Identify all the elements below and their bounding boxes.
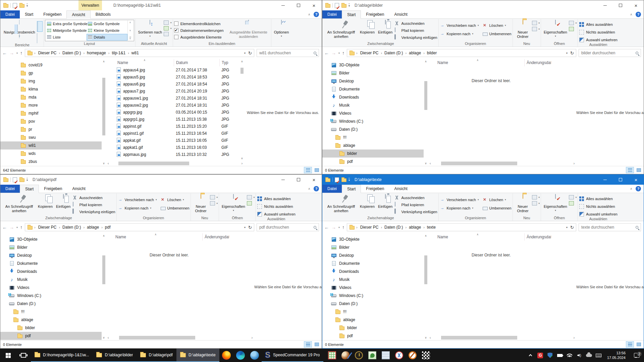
scroll-down-icon[interactable]: ∨	[424, 162, 428, 165]
scroll-down-icon[interactable]: ∨	[240, 157, 244, 160]
refresh-icon[interactable]: ↻	[570, 225, 574, 230]
breadcrumb-item-bilder[interactable]: bilder	[426, 51, 438, 55]
sidebar-item-dokumente[interactable]: Dokumente	[0, 259, 102, 267]
move-to-button[interactable]: Verschieben nach▾	[440, 197, 479, 202]
forward-icon[interactable]: →	[9, 50, 14, 56]
file-row-appkat1-gif[interactable]: appkat1.gif15.11.2013 16:03GIF	[106, 144, 244, 151]
recent-locations-icon[interactable]: ▾	[338, 226, 340, 229]
invert-selection-button[interactable]: Auswahl umkehren	[579, 212, 618, 217]
preview-pane-button[interactable]	[37, 21, 43, 32]
sidebar-item-videos[interactable]: Videos	[0, 284, 102, 292]
sidebar-item-ablage[interactable]: ablage	[322, 316, 424, 324]
sidebar-item-musik[interactable]: ♪Musik	[0, 276, 102, 284]
customize-quick-access-icon[interactable]: ▾	[26, 178, 28, 182]
up-icon[interactable]: ↑	[342, 50, 344, 56]
title-bar[interactable]: ▾ D:\ablage\pdf ×	[0, 175, 322, 185]
tab-start[interactable]: Start	[342, 10, 361, 19]
tab-datei[interactable]: Datei	[322, 185, 342, 193]
easy-access-button[interactable]: ▾	[532, 201, 540, 205]
tab-datei[interactable]: Datei	[0, 10, 20, 18]
layout-details[interactable]: Details	[87, 34, 127, 41]
search-input[interactable]: bilder durchsuchen	[579, 49, 641, 57]
sidebar-item-desktop[interactable]: Desktop	[322, 77, 424, 85]
invert-selection-button[interactable]: Auswahl umkehren	[257, 212, 296, 217]
explorer-icon[interactable]	[325, 3, 330, 8]
tab-freigeben[interactable]: Freigeben	[39, 185, 67, 193]
windows-security-icon[interactable]	[547, 352, 553, 359]
tab-ansicht[interactable]: Ansicht	[67, 185, 90, 193]
list-scrollbar[interactable]: ∧ ∨	[240, 59, 244, 161]
breadcrumb-item-pdf[interactable]: pdf	[104, 225, 112, 230]
tab-start[interactable]: Start	[20, 185, 39, 193]
maximize-button[interactable]	[291, 175, 306, 185]
address-dropdown-icon[interactable]: ▾	[244, 52, 246, 55]
sidebar-item-windows-c[interactable]: Windows (C:)	[0, 292, 102, 300]
file-row-appmaus-jpg[interactable]: appmaus.jpg15.11.2013 10:32JPG	[106, 151, 244, 158]
hidden-items-checkbox[interactable]: Ausgeblendete Elemente	[174, 35, 224, 39]
recent-locations-icon[interactable]: ▾	[16, 226, 18, 229]
file-extensions-checkbox[interactable]: ✔Dateinamenerweiterungen	[174, 28, 224, 33]
details-view-button[interactable]	[626, 167, 634, 173]
close-button[interactable]: ×	[306, 0, 322, 10]
paste-shortcut-button[interactable]: Verknüpfung einfügen	[394, 35, 437, 40]
tab-freigeben[interactable]: Freigeben	[38, 10, 66, 18]
file-row-appaus6-jpg[interactable]: appaus6.jpg27.01.2014 18:54JPG	[106, 80, 244, 87]
properties-button[interactable]: Eigenschaften ▾	[542, 19, 569, 38]
context-tab-verwalten[interactable]: Verwalten	[78, 0, 102, 10]
sidebar-folder-w81[interactable]: w81	[0, 141, 102, 149]
sidebar-item-windows-c[interactable]: Windows (C:)	[322, 292, 424, 300]
sidebar-item-bilder[interactable]: bilder	[0, 324, 102, 332]
taskbar-button-1[interactable]: D:\ablage\bilder	[93, 349, 137, 362]
new-folder-quick-icon[interactable]	[341, 3, 346, 8]
properties-button[interactable]: Eigenschaften ▾	[220, 193, 247, 212]
options-button[interactable]: Optionen ▾	[272, 19, 291, 38]
pin-to-quick-access-button[interactable]: An Schnellzugriff anheften	[324, 19, 358, 39]
file-row-appinst1-gif[interactable]: appinst1.gif15.11.2013 16:54GIF	[106, 130, 244, 137]
file-row-appaus4-jpg[interactable]: appaus4.jpg27.01.2014 17:38JPG	[106, 66, 244, 73]
details-pane-button[interactable]	[37, 34, 43, 43]
customize-quick-access-icon[interactable]: ▾	[348, 4, 350, 7]
back-icon[interactable]: ←	[2, 225, 7, 230]
task-view-button[interactable]	[16, 349, 31, 362]
column-header-name[interactable]: Name	[106, 233, 202, 241]
grid-tool-icon[interactable]	[328, 351, 336, 359]
new-folder-quick-icon[interactable]	[19, 177, 24, 182]
snipping-icon[interactable]	[395, 351, 403, 359]
sidebar-folder-pov[interactable]: pov	[0, 117, 102, 125]
image-app-icon[interactable]	[368, 351, 376, 359]
hide-selected-button[interactable]: Ausgewählte Elemente ausblenden	[227, 19, 270, 39]
scroll-up-icon[interactable]: ∧	[102, 234, 106, 237]
sidebar-item-downloads[interactable]: Downloads	[322, 93, 424, 101]
copy-button[interactable]: Kopieren	[36, 193, 54, 209]
breadcrumb-item-tilp-1-1[interactable]: tilp-1&1	[111, 51, 126, 55]
column-header-typ[interactable]: Typ	[219, 59, 235, 66]
maximize-button[interactable]	[291, 0, 306, 10]
tab-ansicht[interactable]: Ansicht	[66, 10, 90, 19]
navigation-pane-button[interactable]: Navigationsbereich ▾	[2, 19, 37, 38]
select-all-button[interactable]: Alles auswählen	[257, 196, 296, 201]
scrollbar-thumb[interactable]	[424, 81, 427, 110]
volume-icon[interactable]: )	[576, 352, 583, 359]
tab-ansicht[interactable]: Ansicht	[389, 10, 412, 18]
layout-medium-icons[interactable]: Mittelgroße Symbole	[46, 27, 87, 34]
back-icon[interactable]: ←	[324, 50, 329, 56]
layout-large-icons[interactable]: Große Symbole	[87, 20, 127, 27]
file-row-appgrp-jpg[interactable]: appgrp.jpg03.05.2014 00:15JPG	[106, 109, 244, 116]
sidebar-item-pdf[interactable]: pdf	[322, 332, 424, 340]
touch-keyboard-icon[interactable]	[595, 352, 602, 359]
sidebar-item-ablage[interactable]: ablage	[0, 316, 102, 324]
taskbar-thunderbird[interactable]	[248, 349, 262, 362]
properties-button[interactable]: Eigenschaften ▾	[542, 193, 569, 212]
select-none-button[interactable]: Nichts auswählen	[257, 204, 296, 209]
sidebar-folder-more[interactable]: more	[0, 101, 102, 109]
new-folder-quick-icon[interactable]	[19, 3, 24, 8]
address-dropdown-icon[interactable]: ▾	[566, 226, 568, 229]
file-row-appausw2-jpg[interactable]: appausw2.jpg27.01.2014 18:31JPG	[106, 102, 244, 109]
select-none-button[interactable]: Nichts auswählen	[579, 29, 618, 35]
new-item-button[interactable]: ▾	[210, 195, 218, 199]
taskbar-button-2[interactable]: D:\ablage\pdf	[137, 349, 176, 362]
forward-icon[interactable]: →	[331, 225, 336, 230]
customize-quick-access-icon[interactable]: ▾	[26, 4, 28, 7]
sidebar-item-bilder[interactable]: Bilder	[322, 69, 424, 77]
recent-locations-icon[interactable]: ▾	[16, 52, 18, 55]
